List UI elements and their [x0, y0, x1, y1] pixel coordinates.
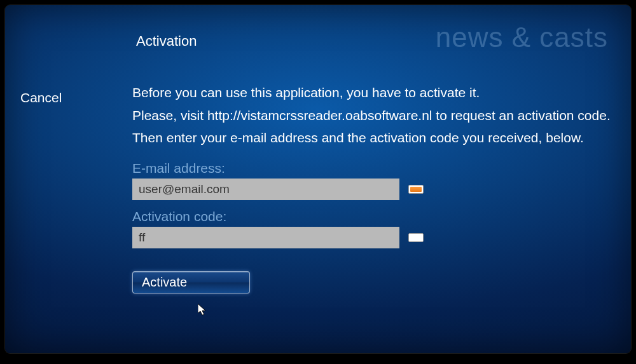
brand-text: news & casts	[436, 22, 608, 53]
activate-button[interactable]: Activate	[132, 271, 250, 293]
activation-code-field[interactable]	[132, 227, 399, 248]
content-area: Before you can use this application, you…	[132, 83, 616, 293]
activation-form: E-mail address: Activation code: Activat…	[132, 161, 616, 293]
code-row	[132, 227, 616, 248]
email-row	[132, 179, 616, 200]
cancel-button[interactable]: Cancel	[20, 90, 62, 105]
email-field[interactable]	[132, 179, 399, 200]
activation-window: Activation news & casts Cancel Before yo…	[5, 5, 631, 353]
onscreen-keyboard-button-code[interactable]	[408, 233, 424, 242]
email-label: E-mail address:	[132, 161, 616, 176]
activation-code-label: Activation code:	[132, 209, 616, 224]
instruction-line-3: Then enter your e-mail address and the a…	[132, 128, 616, 148]
page-title: Activation	[136, 33, 197, 50]
instruction-line-1: Before you can use this application, you…	[132, 83, 616, 103]
cursor-icon	[198, 304, 208, 318]
onscreen-keyboard-button-email[interactable]	[408, 185, 424, 194]
instruction-line-2: Please, visit http://vistamcrssreader.oa…	[132, 105, 616, 126]
